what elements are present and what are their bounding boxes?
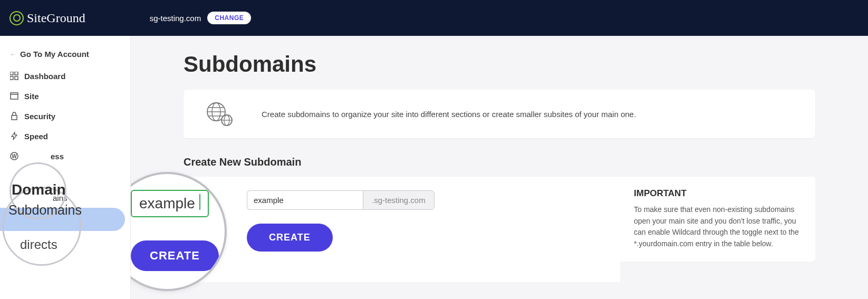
go-to-account-link[interactable]: ← Go To My Account (0, 45, 130, 66)
sidebar-label: Security (24, 112, 55, 121)
brand-name: SiteGround (27, 11, 85, 25)
sidebar-item-site[interactable]: Site (0, 86, 130, 106)
logo-icon (9, 11, 24, 25)
sidebar-item-wordpress[interactable]: W ess (0, 146, 130, 166)
page-title: Subdomains (184, 52, 815, 77)
change-domain-button[interactable]: CHANGE (207, 12, 251, 24)
sidebar-label: Dashboard (24, 72, 65, 81)
intro-card: Create subdomains to organize your site … (184, 90, 815, 138)
dashboard-icon (9, 71, 19, 81)
lock-icon (9, 111, 19, 121)
svg-rect-0 (10, 72, 13, 75)
text-cursor-icon (199, 194, 200, 210)
create-form-area: .sg-testing.com CREATE (184, 177, 620, 282)
brand-logo[interactable]: SiteGround (9, 11, 85, 25)
wordpress-icon: W (9, 151, 19, 161)
create-button-zoom[interactable]: CREATE (131, 240, 219, 271)
svg-rect-6 (12, 115, 17, 120)
main-content: Subdomains Create subdomains to organize… (131, 36, 868, 299)
speed-icon (9, 131, 19, 141)
important-title: IMPORTANT (634, 188, 802, 199)
sidebar: ← Go To My Account Dashboard Site Securi… (0, 36, 131, 299)
subdomain-suffix: .sg-testing.com (363, 190, 435, 210)
sidebar-sub-redirects-partial[interactable]: directs (20, 237, 57, 252)
svg-rect-4 (11, 93, 18, 99)
create-button[interactable]: CREATE (247, 224, 333, 252)
important-text: To make sure that even non-existing subd… (634, 204, 802, 250)
sidebar-label: Speed (24, 132, 48, 141)
top-header: SiteGround sg-testing.com CHANGE (0, 0, 868, 36)
svg-rect-3 (15, 76, 18, 80)
svg-rect-1 (15, 72, 18, 75)
go-to-account-label: Go To My Account (20, 50, 89, 59)
header-domain-name: sg-testing.com (150, 14, 201, 23)
create-heading: Create New Subdomain (184, 156, 815, 168)
sidebar-item-speed[interactable]: Speed (0, 126, 130, 146)
svg-rect-2 (10, 76, 13, 80)
svg-text:W: W (12, 153, 17, 159)
subdomain-input-zoom[interactable]: example (131, 190, 209, 217)
globe-icon (205, 101, 236, 127)
intro-text: Create subdomains to organize your site … (262, 110, 636, 119)
arrow-left-icon: ← (9, 50, 17, 59)
sidebar-sub-subdomains-label: Subdomains (8, 202, 82, 218)
sidebar-item-security[interactable]: Security (0, 106, 130, 126)
create-panel: .sg-testing.com CREATE IMPORTANT To make… (184, 177, 815, 282)
sidebar-label: Site (24, 92, 39, 101)
subdomain-input[interactable] (247, 190, 363, 210)
sidebar-item-dashboard[interactable]: Dashboard (0, 66, 130, 86)
sidebar-item-domain[interactable]: Domain (12, 181, 66, 198)
site-icon (9, 91, 19, 101)
important-box: IMPORTANT To make sure that even non-exi… (620, 177, 815, 262)
sidebar-label: ess (24, 152, 64, 161)
